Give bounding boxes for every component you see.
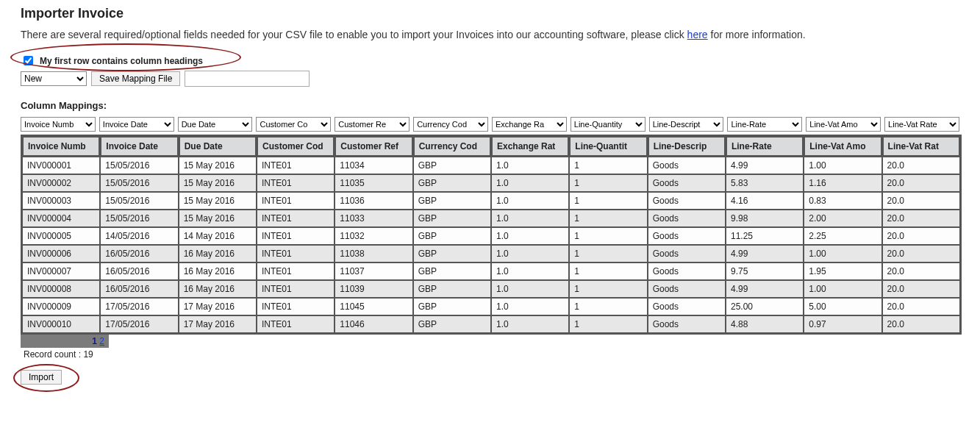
table-cell: GBP <box>413 245 491 262</box>
table-cell: Goods <box>648 245 726 262</box>
table-cell: GBP <box>413 174 491 192</box>
table-cell: 20.0 <box>882 210 960 227</box>
table-cell: INTE01 <box>257 315 335 333</box>
column-mapping-select[interactable]: Line-Vat Amo <box>806 117 881 132</box>
table-cell: 15 May 2016 <box>179 157 257 174</box>
column-mappings-label: Column Mappings: <box>21 100 959 111</box>
table-cell: 11036 <box>335 192 412 210</box>
table-cell: INTE01 <box>257 280 335 298</box>
table-cell: GBP <box>413 210 491 227</box>
first-row-label: My first row contains column headings <box>40 56 203 66</box>
page-title: Importer Invoice <box>21 6 959 21</box>
table-cell: INV000010 <box>22 315 100 333</box>
column-mapping-select[interactable]: Line-Rate <box>727 117 802 132</box>
table-cell: 1.0 <box>491 245 569 262</box>
table-header: Currency Cod <box>413 136 491 157</box>
table-cell: 20.0 <box>882 315 960 333</box>
table-header: Invoice Date <box>100 136 178 157</box>
table-cell: 2.25 <box>804 227 881 245</box>
import-button[interactable]: Import <box>21 370 62 385</box>
column-mapping-select[interactable]: Due Date <box>178 117 253 132</box>
table-cell: 11037 <box>335 262 412 280</box>
table-cell: GBP <box>413 315 491 333</box>
first-row-checkbox[interactable] <box>24 56 33 65</box>
table-cell: Goods <box>648 227 726 245</box>
table-cell: 15 May 2016 <box>179 192 257 210</box>
table-cell: 20.0 <box>882 157 960 174</box>
table-header: Line-Rate <box>726 136 804 157</box>
table-header: Due Date <box>179 136 257 157</box>
table-cell: INTE01 <box>257 174 335 192</box>
table-cell: 1 <box>569 227 647 245</box>
table-cell: INTE01 <box>257 210 335 227</box>
table-header: Line-Descrip <box>648 136 726 157</box>
table-cell: 4.99 <box>726 280 804 298</box>
column-mapping-select[interactable]: Line-Quantity <box>571 117 645 132</box>
table-cell: Goods <box>648 192 726 210</box>
table-row: INV00000917/05/201617 May 2016INTE011104… <box>22 298 960 315</box>
table-cell: INTE01 <box>257 245 335 262</box>
mapping-select[interactable]: New <box>21 71 87 86</box>
table-cell: 17/05/2016 <box>100 315 178 333</box>
table-cell: 1.0 <box>491 192 569 210</box>
table-cell: 1.0 <box>491 157 569 174</box>
table-cell: 1.0 <box>491 298 569 315</box>
table-cell: Goods <box>648 315 726 333</box>
column-mapping-select[interactable]: Customer Re <box>335 117 409 132</box>
table-cell: 11039 <box>335 280 412 298</box>
table-cell: 20.0 <box>882 262 960 280</box>
record-count: Record count : 19 <box>24 349 959 360</box>
save-mapping-button[interactable]: Save Mapping File <box>91 71 180 86</box>
intro-here-link[interactable]: here <box>687 29 708 40</box>
table-cell: INV000004 <box>22 210 100 227</box>
table-cell: 0.97 <box>804 315 881 333</box>
column-mapping-select[interactable]: Invoice Numb <box>21 117 96 132</box>
table-cell: 15/05/2016 <box>100 192 178 210</box>
table-cell: 17/05/2016 <box>100 298 178 315</box>
table-cell: 2.00 <box>804 210 881 227</box>
table-cell: 20.0 <box>882 227 960 245</box>
intro-post: for more information. <box>708 29 806 40</box>
table-cell: INV000007 <box>22 262 100 280</box>
table-cell: 11.25 <box>726 227 804 245</box>
table-cell: INTE01 <box>257 298 335 315</box>
table-cell: 17 May 2016 <box>179 315 257 333</box>
table-header: Line-Quantit <box>569 136 647 157</box>
table-cell: 14 May 2016 <box>179 227 257 245</box>
table-cell: 20.0 <box>882 280 960 298</box>
table-cell: 15/05/2016 <box>100 210 178 227</box>
table-cell: 1.16 <box>804 174 881 192</box>
table-cell: INV000008 <box>22 280 100 298</box>
column-mapping-select[interactable]: Customer Co <box>256 117 331 132</box>
column-mapping-select[interactable]: Line-Descript <box>649 117 724 132</box>
table-header: Line-Vat Amo <box>804 136 881 157</box>
column-mapping-select[interactable]: Currency Cod <box>413 117 488 132</box>
table-header: Invoice Numb <box>22 136 100 157</box>
table-cell: GBP <box>413 192 491 210</box>
column-mapping-select[interactable]: Invoice Date <box>99 117 174 132</box>
table-cell: 1.0 <box>491 227 569 245</box>
table-cell: GBP <box>413 227 491 245</box>
column-mapping-select[interactable]: Line-Vat Rate <box>884 117 959 132</box>
table-cell: 1.0 <box>491 174 569 192</box>
table-row: INV00000514/05/201614 May 2016INTE011103… <box>22 227 960 245</box>
pager-next-link[interactable]: 2 <box>99 336 104 346</box>
table-cell: Goods <box>648 280 726 298</box>
table-cell: 1 <box>569 192 647 210</box>
intro-text: There are several required/optional fiel… <box>21 29 959 40</box>
table-cell: 15/05/2016 <box>100 174 178 192</box>
table-cell: 11032 <box>335 227 412 245</box>
mapping-name-input[interactable] <box>185 71 310 87</box>
table-cell: 14/05/2016 <box>100 227 178 245</box>
table-cell: 20.0 <box>882 245 960 262</box>
table-cell: 4.99 <box>726 245 804 262</box>
table-cell: 1.0 <box>491 280 569 298</box>
column-mapping-select[interactable]: Exchange Ra <box>492 117 567 132</box>
table-cell: 5.83 <box>726 174 804 192</box>
table-row: INV00000215/05/201615 May 2016INTE011103… <box>22 174 960 192</box>
table-cell: 1.0 <box>491 262 569 280</box>
table-cell: INV000001 <box>22 157 100 174</box>
table-cell: 16/05/2016 <box>100 262 178 280</box>
table-cell: INV000005 <box>22 227 100 245</box>
table-cell: 4.16 <box>726 192 804 210</box>
